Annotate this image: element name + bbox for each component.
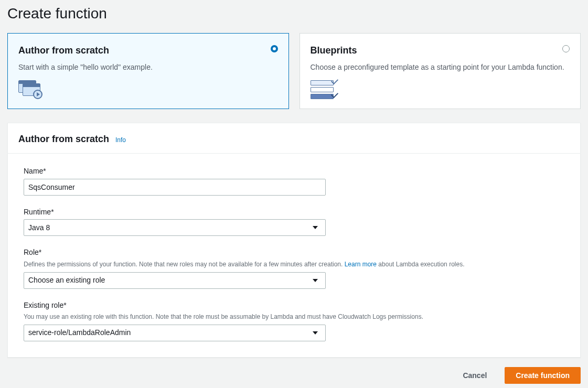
option-description: Choose a preconfigured template as a sta… [311,62,570,73]
role-help-pre: Defines the permissions of your function… [24,261,345,268]
chevron-down-icon [313,279,318,282]
name-input[interactable] [24,179,326,196]
role-help-post: about Lambda execution roles. [377,261,464,268]
option-title: Blueprints [311,44,570,57]
runtime-select[interactable]: Java 8 [24,219,326,236]
panel-header: Author from scratch Info [8,123,580,154]
button-row: Cancel Create function [7,367,581,387]
form-panel: Author from scratch Info Name* Runtime* … [7,123,581,358]
create-function-button[interactable]: Create function [505,367,581,384]
role-help: Defines the permissions of your function… [24,260,564,269]
option-blueprints[interactable]: Blueprints Choose a preconfigured templa… [300,33,581,109]
role-label: Role* [24,247,564,258]
chevron-down-icon [313,331,318,335]
role-select[interactable]: Choose an existing role [24,272,326,289]
cancel-button[interactable]: Cancel [452,367,497,384]
existing-role-select[interactable]: service-role/LambdaRoleAdmin [24,325,326,341]
info-link[interactable]: Info [115,136,126,144]
windows-gear-icon [18,80,44,99]
option-title: Author from scratch [18,44,278,57]
radio-selected-icon [271,45,278,52]
learn-more-link[interactable]: Learn more [345,261,377,268]
option-cards: Author from scratch Start with a simple … [7,33,581,109]
existing-role-value: service-role/LambdaRoleAdmin [28,328,131,338]
panel-title: Author from scratch [18,134,109,144]
role-value: Choose an existing role [28,275,105,286]
name-label: Name* [24,166,564,177]
option-description: Start with a simple "hello world" exampl… [18,62,278,73]
option-author-from-scratch[interactable]: Author from scratch Start with a simple … [7,33,289,109]
page-title: Create function [7,3,581,24]
runtime-value: Java 8 [28,223,50,233]
blueprint-list-icon [311,80,336,99]
runtime-label: Runtime* [24,207,564,218]
existing-role-label: Existing role* [24,300,564,311]
chevron-down-icon [313,226,318,229]
existing-role-help: You may use an existing role with this f… [24,312,564,321]
